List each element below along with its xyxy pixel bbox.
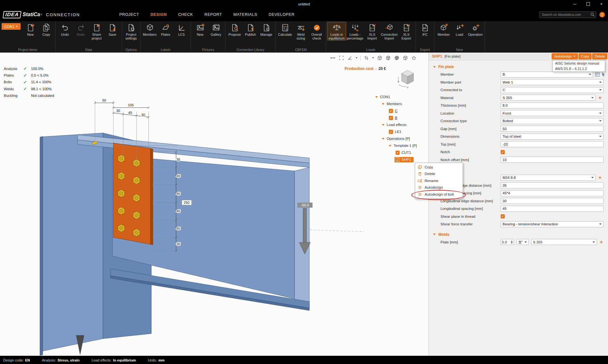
property-value-field[interactable]: Bolted <box>501 118 604 124</box>
publish-button[interactable]: Publish <box>243 22 258 36</box>
view-wireframe-icon[interactable] <box>377 55 383 61</box>
chevron-down-icon[interactable] <box>372 57 374 59</box>
connection-selector-button[interactable]: CON1 <box>2 23 21 30</box>
ifc-export-button[interactable]: IFC IFC <box>417 22 433 36</box>
context-menu-autodesign[interactable]: Autodesign <box>415 184 463 191</box>
share-project-button[interactable]: Share project <box>89 22 104 40</box>
property-value-field[interactable]: S 355 <box>501 95 596 101</box>
angle-view-icon[interactable] <box>347 55 353 61</box>
delete-operation-button[interactable]: Delete <box>592 53 607 60</box>
copy-operation-button[interactable]: Copy <box>579 53 592 60</box>
add-icon[interactable]: + <box>600 240 603 245</box>
property-value-field[interactable]: 45*4 <box>501 190 604 196</box>
menu-project[interactable]: PROJECT <box>115 10 144 19</box>
view-shaded-icon[interactable] <box>385 55 391 61</box>
save-button[interactable]: Save <box>104 22 120 36</box>
property-value-field[interactable]: Bearing - tension/shear interaction <box>501 221 604 227</box>
tree-item-operations[interactable]: Operations [P] <box>375 135 417 142</box>
chevron-down-icon[interactable] <box>389 145 391 147</box>
menu-report[interactable]: REPORT <box>200 10 226 19</box>
propose-button[interactable]: Propose <box>227 22 243 36</box>
add-icon[interactable]: + <box>598 95 601 100</box>
connection-import-button[interactable]: Connection Import <box>380 22 398 40</box>
property-value-field[interactable]: B <box>501 72 593 78</box>
tree-item-shp1[interactable]: ✓ SHP1 <box>375 156 417 163</box>
property-value-field[interactable]: Web 1 <box>501 79 604 85</box>
chevron-down-icon[interactable] <box>382 124 384 126</box>
property-value-field[interactable]: C <box>501 87 604 93</box>
tree-item-cut1[interactable]: ✓ CUT1 <box>375 149 417 156</box>
weld-material-select[interactable]: S 355 <box>531 239 597 245</box>
info-icon[interactable]: i <box>599 12 605 17</box>
new-member-button[interactable]: Member <box>436 22 452 36</box>
menu-design[interactable]: DESIGN <box>146 10 171 19</box>
search-input[interactable] <box>539 11 596 18</box>
property-value-field[interactable]: Front <box>501 110 604 116</box>
autodesign-button[interactable]: Autodesign <box>552 53 578 60</box>
checked-checkbox-icon[interactable]: ✓ <box>389 109 393 113</box>
property-value-field[interactable]: 10 <box>501 157 604 163</box>
chevron-down-icon[interactable] <box>382 138 384 140</box>
property-value-field[interactable]: Top of steel <box>501 134 604 140</box>
tree-item-members[interactable]: Members <box>375 100 417 107</box>
3d-viewport[interactable]: 50 105 30 45 30 35 45 45 45 45 35 250 <box>0 53 428 356</box>
labels-lcs-button[interactable]: LCS <box>174 22 189 36</box>
context-menu-copy[interactable]: Copy <box>415 164 463 171</box>
new-operation-button[interactable]: Operation <box>467 22 483 36</box>
view-transparent-icon[interactable] <box>402 55 408 61</box>
picture-gallery-button[interactable]: Gallery <box>208 22 224 36</box>
autodesign-option-aisc[interactable]: AISC Seismic design manual <box>553 60 605 66</box>
redo-button[interactable]: Redo <box>73 22 89 36</box>
property-value-field[interactable]: 50 <box>501 126 604 132</box>
labels-members-button[interactable]: Members <box>142 22 158 36</box>
checked-checkbox-icon[interactable]: ✓ <box>396 151 400 155</box>
overall-check-button[interactable]: Overall check <box>309 22 325 40</box>
xls-export-button[interactable]: XLS XLS Export <box>398 22 414 40</box>
property-value-field[interactable]: -20 <box>501 141 604 147</box>
property-value-field[interactable]: M16 8.8 <box>501 175 596 181</box>
checked-checkbox-icon[interactable]: ✓ <box>501 150 505 154</box>
picture-new-button[interactable]: New <box>192 22 208 36</box>
checked-checkbox-icon[interactable]: ✓ <box>389 116 393 120</box>
undo-button[interactable]: Undo <box>57 22 73 36</box>
chevron-down-icon[interactable] <box>382 103 384 105</box>
navigation-cube[interactable] <box>395 69 420 92</box>
weld-sizing-button[interactable]: Weld sizing <box>293 22 309 40</box>
crop-view-icon[interactable] <box>364 55 369 61</box>
chevron-down-icon[interactable] <box>356 57 358 59</box>
manage-button[interactable]: Manage <box>258 22 274 36</box>
project-settings-button[interactable]: Project settings <box>123 22 139 40</box>
autodesign-option-aws[interactable]: AWS D1.8 – 6.11.1.2 <box>553 66 605 72</box>
menu-check[interactable]: CHECK <box>174 10 198 19</box>
tree-item-le1[interactable]: ✓ LE1 <box>375 128 417 135</box>
tree-item-template1[interactable]: Template 1 [P] <box>375 142 417 149</box>
fit-view-icon[interactable] <box>339 55 344 61</box>
context-menu-delete[interactable]: Delete <box>415 171 463 178</box>
checked-checkbox-icon[interactable]: ✓ <box>396 158 400 162</box>
calculate-button[interactable]: Calculate <box>277 22 293 36</box>
pick-cursor-icon[interactable] <box>601 72 606 77</box>
tree-item-member-c[interactable]: ✓ C <box>375 107 417 114</box>
chevron-down-icon[interactable] <box>375 96 378 98</box>
property-value-field[interactable]: 8.0 <box>501 103 604 109</box>
section-welds[interactable]: Welds <box>429 231 608 238</box>
context-menu-autodesign-of-bolt[interactable]: Autodesign of bolt <box>415 191 463 198</box>
measure-icon[interactable] <box>330 55 336 61</box>
weld-size-stepper[interactable]: 5.0 <box>501 239 514 245</box>
loads-in-equilibrium-button[interactable]: Loads in equilibrium <box>327 22 346 40</box>
add-icon[interactable]: + <box>598 175 601 180</box>
stepper-arrows[interactable] <box>511 241 513 244</box>
tree-item-con1[interactable]: CON1 <box>375 93 417 100</box>
home-view-icon[interactable] <box>411 55 417 61</box>
property-value-field[interactable]: 35 <box>501 182 604 188</box>
checked-checkbox-icon[interactable]: ✓ <box>389 130 393 134</box>
loads-percentage-button[interactable]: % Loads - percentage <box>346 22 364 40</box>
search-icon[interactable] <box>590 12 595 18</box>
menu-materials[interactable]: MATERIALS <box>229 10 262 19</box>
labels-plates-button[interactable]: Plates <box>158 22 174 36</box>
tree-item-load-effects[interactable]: Load effects <box>375 121 417 128</box>
context-menu-rename[interactable]: Rename <box>415 177 463 184</box>
menu-developer[interactable]: DEVELOPER <box>264 10 299 19</box>
view-solid-icon[interactable] <box>394 55 400 61</box>
weld-type-select[interactable] <box>516 239 529 245</box>
